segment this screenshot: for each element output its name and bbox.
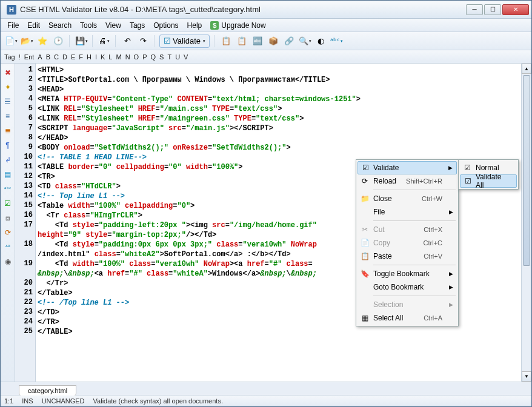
tool-doc-icon[interactable]: ▤ — [2, 169, 13, 180]
menu-view[interactable]: View — [101, 20, 125, 31]
tag-k[interactable]: K — [101, 53, 105, 61]
maximize-button[interactable]: ☐ — [484, 4, 501, 15]
menu-options[interactable]: Options — [149, 20, 182, 31]
new-button[interactable]: 📄▾ — [4, 35, 18, 48]
tool-check-icon[interactable]: ☑ — [2, 198, 13, 209]
tag-t[interactable]: T — [167, 53, 171, 61]
ctx-paste[interactable]: 📋PasteCtrl+V — [357, 250, 457, 263]
tag-d[interactable]: D — [62, 53, 67, 61]
validate-button[interactable]: ☑Validate▾ — [159, 35, 210, 48]
save-button[interactable]: 💾▾ — [75, 35, 88, 48]
tool-lines2-icon[interactable]: ≣ — [2, 125, 13, 136]
tag-h[interactable]: H — [87, 53, 91, 61]
tool-d-button[interactable]: 📦 — [267, 35, 280, 48]
tool-refresh-icon[interactable]: ⟳ — [2, 227, 13, 238]
code-line[interactable]: <TITLE>SoftPortal.com \ Программы \ Wind… — [38, 75, 519, 85]
tag-tag[interactable]: Tag — [4, 53, 15, 61]
tag-s[interactable]: S — [159, 53, 164, 61]
scroll-thumb[interactable] — [523, 75, 530, 266]
menu-help[interactable]: Help — [183, 20, 207, 31]
tag-i[interactable]: I — [95, 53, 97, 61]
tag-ent[interactable]: Ent — [24, 53, 35, 61]
tool-g-button[interactable]: ◐ — [314, 35, 327, 48]
tag-u[interactable]: U — [175, 53, 180, 61]
ctx-validate-all[interactable]: ☑Validate All — [460, 174, 517, 188]
close-doc-icon[interactable]: ✖ — [2, 67, 13, 78]
ctx-goto-bookmark[interactable]: Goto Bookmark▶ — [357, 280, 457, 294]
file-tab[interactable]: category.html — [19, 385, 76, 395]
titlebar[interactable]: H CSE HTML Validator Lite v8.04 - D:\MET… — [1, 1, 531, 19]
tool-a-button[interactable]: 📋 — [219, 35, 233, 48]
ctx-select-all[interactable]: ▦Select AllCtrl+A — [357, 311, 457, 325]
window-title: CSE HTML Validator Lite v8.04 - D:\META … — [20, 5, 466, 14]
validate-icon: ☑ — [361, 164, 370, 172]
ctx-cut[interactable]: ✂CutCtrl+X — [357, 223, 457, 236]
tag-row: Tag!EntABCDEFHIKLMNOPQSTUV — [1, 50, 531, 64]
undo-button[interactable]: ↶ — [121, 35, 134, 48]
code-line[interactable]: </TABLE> — [38, 327, 519, 337]
tag-v[interactable]: V — [184, 53, 188, 61]
tag-l[interactable]: L — [108, 53, 112, 61]
tool-spell-icon[interactable]: ᴬᴮ — [2, 242, 13, 253]
history-button[interactable]: 🕑 — [52, 35, 65, 48]
tag-c[interactable]: C — [54, 53, 59, 61]
tool-c-button[interactable]: 🔤 — [251, 35, 264, 48]
tool-e-button[interactable]: 🔗 — [282, 35, 296, 48]
code-line[interactable]: </HEAD> — [38, 133, 519, 143]
ctx-copy[interactable]: 📄CopyCtrl+C — [357, 236, 457, 250]
tag-f[interactable]: F — [79, 53, 83, 61]
upgrade-button[interactable]: $Upgrade Now — [206, 20, 270, 31]
tag-a[interactable]: A — [38, 53, 42, 61]
tag-p[interactable]: P — [142, 53, 147, 61]
close-button[interactable]: ✕ — [502, 4, 529, 15]
submenu-arrow-icon: ▶ — [449, 284, 453, 290]
open-button[interactable]: 📂▾ — [20, 35, 33, 48]
spellcheck-button[interactable]: ᵃᵇᶜ▾ — [330, 35, 343, 48]
code-line[interactable]: <HEAD> — [38, 85, 519, 94]
tag-m[interactable]: M — [116, 53, 121, 61]
menu-tools[interactable]: Tools — [76, 20, 101, 31]
menu-search[interactable]: Search — [44, 20, 76, 31]
tool-list-icon[interactable]: ☰ — [2, 96, 13, 107]
ctx-close[interactable]: 📁CloseCtrl+W — [357, 192, 457, 205]
ctx-file[interactable]: File▶ — [357, 205, 457, 219]
submenu-arrow-icon: ▶ — [449, 271, 453, 277]
menu-file[interactable]: File — [3, 20, 23, 31]
code-line[interactable]: <LINK REL="Stylesheet" HREF="/maingreen.… — [38, 114, 519, 124]
tag-n[interactable]: N — [125, 53, 130, 61]
code-line[interactable]: <HTML> — [38, 65, 519, 75]
minimize-button[interactable]: ─ — [466, 4, 483, 15]
code-line[interactable]: <SCRIPT language="JavaScript" src="/main… — [38, 124, 519, 133]
search-button[interactable]: 🔍▾ — [298, 35, 311, 48]
menu-edit[interactable]: Edit — [23, 20, 44, 31]
scroll-up-button[interactable]: ▲ — [522, 64, 531, 74]
wrap-icon[interactable]: ↲ — [2, 154, 13, 165]
cut-icon: ✂ — [360, 225, 370, 234]
ctx-validate[interactable]: ☑Validate▶ — [357, 161, 457, 174]
code-line[interactable]: <META HTTP-EQUIV="Content-Type" CONTENT=… — [38, 94, 519, 104]
code-line[interactable]: <BODY onload="SetTdWidths2();" onResize=… — [38, 143, 519, 153]
tag-e[interactable]: E — [71, 53, 75, 61]
code-line[interactable]: <LINK REL="Stylesheet" HREF="/main.css" … — [38, 104, 519, 114]
tool-tree-icon[interactable]: ⧈ — [2, 213, 13, 223]
tag-![interactable]: ! — [19, 53, 21, 61]
print-button[interactable]: 🖨▾ — [98, 35, 111, 48]
tag-b[interactable]: B — [46, 53, 50, 61]
pilcrow-icon[interactable]: ¶ — [2, 140, 13, 151]
ctx-toggle-bookmark[interactable]: 🔖Toggle Bookmark▶ — [357, 267, 457, 280]
redo-button[interactable]: ↷ — [136, 35, 150, 48]
tag-q[interactable]: Q — [151, 53, 156, 61]
tool-star-icon[interactable]: ✦ — [2, 82, 13, 93]
tool-b-button[interactable]: 📋 — [235, 35, 248, 48]
ctx-selection[interactable]: Selection▶ — [357, 298, 457, 311]
tool-palette-icon[interactable]: ◉ — [2, 256, 13, 267]
menu-tags[interactable]: Tags — [125, 20, 149, 31]
vertical-scrollbar[interactable]: ▲ ▼ — [521, 64, 531, 382]
ctx-reload[interactable]: ⟳ReloadShift+Ctrl+R — [357, 174, 457, 188]
tool-lines1-icon[interactable]: ≡ — [2, 111, 13, 122]
tool-abc-icon[interactable]: ᵃᵇᶜ — [2, 184, 13, 194]
favorites-button[interactable]: ⭐ — [36, 35, 49, 48]
tag-o[interactable]: O — [134, 53, 139, 61]
context-menu: ☑Validate▶ ⟳ReloadShift+Ctrl+R 📁CloseCtr… — [356, 159, 459, 326]
scroll-down-button[interactable]: ▼ — [522, 371, 531, 382]
